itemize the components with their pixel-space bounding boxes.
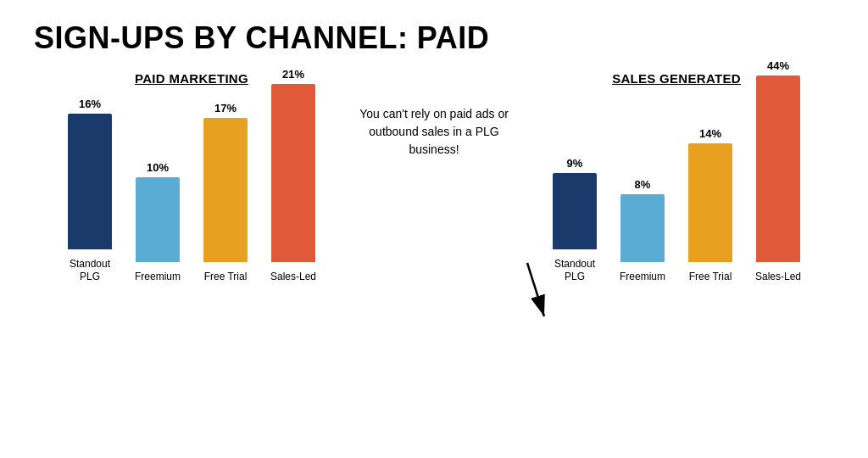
bar-free-trial: 14%Free Trial	[682, 127, 739, 284]
charts-area: PAID MARKETING 16%Standout PLG10%Freemiu…	[34, 71, 834, 284]
paid-marketing-title: PAID MARKETING	[135, 71, 248, 86]
bar-pct-free-trial: 14%	[699, 127, 721, 140]
bar-rect-sales-led	[271, 84, 315, 262]
bar-label-freemium: Freemium	[129, 271, 186, 284]
sales-generated-title: SALES GENERATED	[612, 71, 741, 86]
paid-marketing-section: PAID MARKETING 16%Standout PLG10%Freemiu…	[34, 71, 349, 284]
sales-generated-section: SALES GENERATED 9%Standout PLG8%Freemium…	[519, 71, 834, 284]
bar-pct-free-trial: 17%	[214, 102, 236, 114]
bar-freemium: 10%Freemium	[129, 161, 186, 284]
sales-generated-bars: 9%Standout PLG8%Freemium14%Free Trial44%…	[546, 98, 807, 284]
bar-free-trial: 17%Free Trial	[197, 102, 254, 284]
bar-label-free-trial: Free Trial	[682, 271, 739, 284]
bar-rect-freemium	[136, 177, 180, 262]
bar-rect-free-trial	[203, 118, 248, 262]
bar-rect-sales-led	[756, 75, 800, 262]
bar-rect-standout-plg	[553, 173, 597, 249]
bar-pct-freemium: 8%	[635, 178, 651, 191]
annotation-arrow	[476, 259, 561, 327]
bar-label-freemium: Freemium	[614, 271, 671, 284]
page-container: SIGN-UPS BY CHANNEL: PAID PAID MARKETING…	[0, 0, 868, 458]
bar-label-sales-led: Sales-Led	[749, 271, 807, 284]
bar-label-sales-led: Sales-Led	[264, 271, 322, 284]
bar-sales-led: 21%Sales-Led	[264, 68, 322, 284]
bar-pct-standout-plg: 16%	[79, 98, 101, 110]
paid-marketing-bars: 16%Standout PLG10%Freemium17%Free Trial2…	[61, 98, 322, 284]
svg-line-1	[527, 263, 544, 316]
bar-pct-sales-led: 21%	[282, 68, 304, 81]
bar-rect-free-trial	[688, 143, 732, 262]
bar-pct-sales-led: 44%	[767, 59, 789, 72]
bar-pct-freemium: 10%	[147, 161, 169, 174]
bar-standout-plg: 16%Standout PLG	[61, 98, 119, 284]
page-title: SIGN-UPS BY CHANNEL: PAID	[34, 20, 834, 56]
annotation-text: You can't rely on paid ads or outbound s…	[349, 105, 519, 159]
bar-label-free-trial: Free Trial	[197, 271, 254, 284]
bar-sales-led: 44%Sales-Led	[749, 59, 807, 284]
bar-rect-standout-plg	[68, 114, 112, 249]
bar-rect-freemium	[620, 194, 665, 262]
bar-freemium: 8%Freemium	[614, 178, 671, 284]
bar-label-standout-plg: Standout PLG	[61, 258, 119, 284]
bar-pct-standout-plg: 9%	[567, 157, 583, 170]
